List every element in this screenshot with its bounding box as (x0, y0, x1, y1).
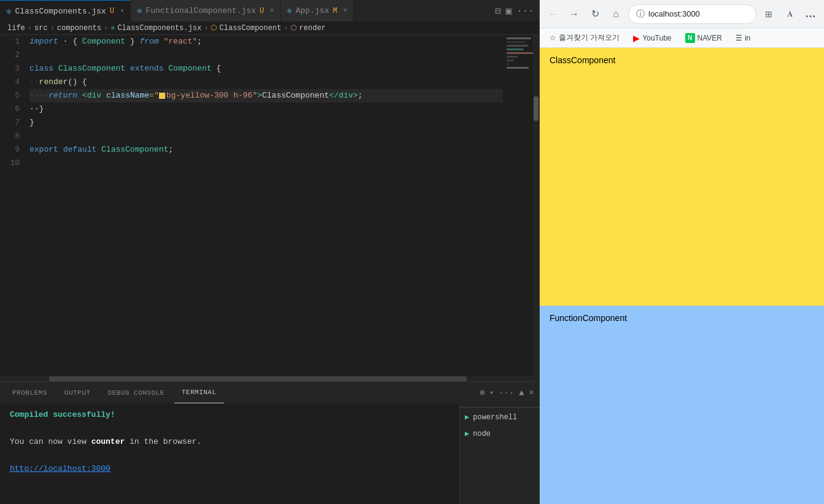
code-line-6: ··} (29, 103, 502, 116)
toggle-panel-icon[interactable]: ⊟ (495, 5, 501, 17)
code-line-3: class ClassComponent extends Component { (29, 62, 502, 76)
editor-scrollbar-horizontal[interactable] (0, 376, 539, 381)
minimap (502, 35, 533, 376)
tab-label-2: FunctionalComponent.jsx (146, 6, 255, 15)
editor-toolbar: ⊟ ▣ ··· (495, 5, 539, 17)
bookmark-youtube[interactable]: ▶ YouTube (628, 31, 676, 45)
add-terminal-icon[interactable]: ⊕ (480, 387, 484, 398)
code-line-7: } (29, 116, 502, 130)
token-extends: extends (130, 62, 164, 76)
token-export: export (29, 143, 58, 157)
youtube-label: YouTube (642, 34, 671, 42)
localhost-url[interactable]: http://localhost:3000 (10, 464, 111, 473)
browser-back-btn[interactable]: ← (545, 6, 562, 23)
debug-label: DEBUG CONSOLE (107, 389, 164, 397)
bookmark-naver[interactable]: N NAVER (680, 31, 727, 45)
token-parens: () { (68, 76, 87, 89)
breadcrumb-sep-2: › (50, 24, 55, 33)
tab-app[interactable]: ⚛ App.jsx M × (281, 0, 354, 21)
terminal-dropdown-icon[interactable]: ▾ (489, 389, 494, 397)
bottom-panel: PROBLEMS OUTPUT DEBUG CONSOLE TERMINAL ⊕… (0, 381, 539, 504)
panel-tab-output[interactable]: OUTPUT (57, 382, 98, 403)
breadcrumb-react-icon: ⚛ (111, 23, 115, 33)
bookmark-favorites[interactable]: ☆ 즐겨찾기 가져오기 (545, 30, 624, 45)
tab-label-1: ClassComponents.jsx (15, 7, 106, 16)
address-bar[interactable]: ⓘ localhost:3000 (628, 4, 756, 24)
panel-tab-debug[interactable]: DEBUG CONSOLE (100, 382, 171, 403)
terminal-output[interactable]: Compiled successfully! You can now view … (0, 403, 459, 504)
function-component-label: FunctionComponent (550, 313, 627, 323)
token-div-open: <div (82, 89, 101, 103)
token-classname-attr: className (106, 89, 149, 103)
code-line-4: ·· render () { (29, 76, 502, 89)
node-label: node (473, 430, 491, 438)
token-space3 (159, 35, 164, 48)
naver-label: NAVER (698, 34, 722, 42)
breadcrumb-class[interactable]: ClassComponent (219, 24, 281, 33)
breadcrumb-src[interactable]: src (34, 24, 48, 33)
tab-modified-3: M (333, 7, 337, 15)
tab-bar: ⚛ ClassComponents.jsx U × ⚛ FunctionalCo… (0, 0, 539, 21)
editor-scrollbar-h-thumb[interactable] (49, 376, 467, 381)
maximize-panel-icon[interactable]: ▲ (519, 388, 524, 398)
token-space4 (53, 62, 58, 76)
browser-forward-btn[interactable]: → (566, 6, 583, 23)
token-semi1: ; (197, 35, 202, 48)
browser-extensions-btn[interactable]: ⊞ (760, 6, 777, 23)
token-component-import: Component (82, 35, 125, 48)
naver-icon: N (685, 33, 695, 43)
editor-scrollbar-thumb[interactable] (534, 96, 538, 121)
token-class: class (29, 62, 53, 76)
token-component-cls: Component (168, 62, 211, 76)
split-editor-icon[interactable]: ▣ (506, 5, 512, 17)
terminal-label: TERMINAL (182, 389, 217, 396)
more-panel-icon[interactable]: ··· (499, 388, 514, 398)
tab-modified-1: U (110, 7, 114, 15)
tab-close-2[interactable]: × (270, 7, 274, 14)
code-line-10 (29, 157, 502, 170)
more-actions-icon[interactable]: ··· (516, 6, 534, 17)
browser-content: ClassComponent FunctionComponent (540, 48, 824, 504)
token-space6 (163, 62, 168, 76)
close-panel-icon[interactable]: × (529, 388, 534, 398)
page-icon: ☰ (736, 34, 742, 42)
tab-functional-component[interactable]: ⚛ FunctionalComponent.jsx U × (131, 0, 281, 21)
terminal-node[interactable]: ▶ node (460, 425, 539, 442)
breadcrumb-sep-5: › (284, 24, 288, 33)
tab-close-3[interactable]: × (343, 7, 347, 14)
panel-tab-problems[interactable]: PROBLEMS (5, 382, 55, 403)
token-dots1: ·· (29, 76, 39, 89)
bookmark-generic[interactable]: ☰ in (731, 31, 755, 45)
browser-refresh-btn[interactable]: ↻ (586, 6, 604, 23)
token-space5 (125, 62, 130, 76)
powershell-label: powershell (473, 413, 517, 422)
code-content[interactable]: import · { Component } from "react" ; cl… (25, 35, 502, 376)
editor-scrollbar-vertical[interactable] (533, 35, 539, 376)
node-icon: ▶ (465, 429, 469, 438)
tab-label-3: App.jsx (295, 6, 329, 15)
token-text: ClassComponent (262, 89, 329, 103)
breadcrumb-method[interactable]: render (299, 24, 325, 33)
token-export-class: ClassComponent (101, 143, 168, 157)
token-space9 (58, 143, 63, 157)
breadcrumb-file[interactable]: ClassComponents.jsx (117, 24, 201, 33)
breadcrumb-sep-1: › (28, 24, 32, 33)
class-component-label: ClassComponent (550, 55, 615, 65)
breadcrumb-components[interactable]: components (57, 24, 101, 33)
tab-close-1[interactable]: × (120, 8, 124, 15)
panel-tab-terminal[interactable]: TERMINAL (174, 382, 224, 403)
browser-more-btn[interactable]: … (802, 6, 819, 23)
breadcrumb-life[interactable]: life (7, 24, 25, 33)
browser-toolbar: ← → ↻ ⌂ ⓘ localhost:3000 ⊞ 𝐀 … (540, 0, 824, 28)
view-msg: You can now view (10, 437, 91, 446)
terminal-powershell[interactable]: ▶ powershell (460, 409, 539, 425)
token-eq: =" (149, 89, 159, 103)
token-react-str: "react" (163, 35, 197, 48)
token-semi3: ; (168, 143, 173, 157)
code-line-9: export default ClassComponent ; (29, 143, 502, 157)
browser-home-btn[interactable]: ⌂ (607, 6, 624, 23)
browser-profile-btn[interactable]: 𝐀 (781, 6, 798, 23)
bookmarks-bar: ☆ 즐겨찾기 가져오기 ▶ YouTube N NAVER ☰ in (540, 28, 824, 48)
tab-class-components[interactable]: ⚛ ClassComponents.jsx U × (0, 0, 131, 21)
token-space1: · { (58, 35, 82, 48)
